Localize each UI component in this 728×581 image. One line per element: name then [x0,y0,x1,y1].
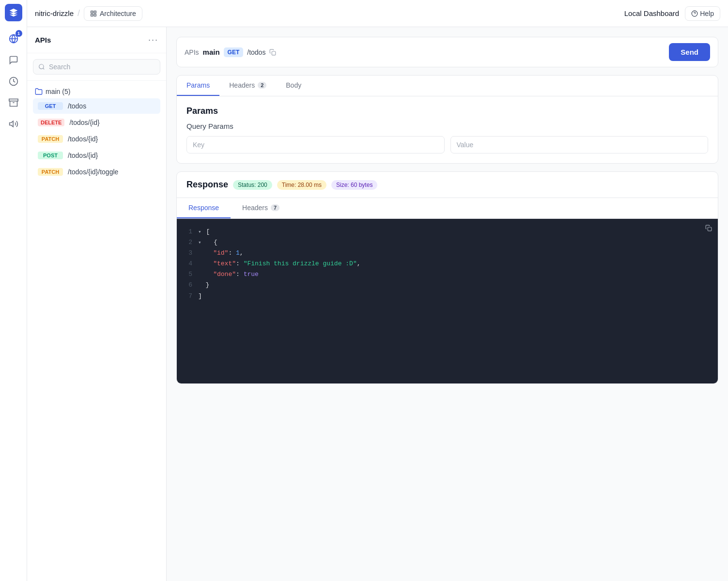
tab-response[interactable]: Response [177,198,231,218]
params-panel: Params Headers 2 Body Params Query Param… [176,75,718,164]
tab-params[interactable]: Params [177,76,219,96]
size-chip: Size: 60 bytes [331,180,377,190]
sidebar: APIs ··· main (5) [27,27,167,581]
code-area: 1 ▾ [ 2 ▾ { 3 [177,219,718,383]
api-group-label: main (5) [46,88,70,95]
code-line-2: 2 ▾ { [185,237,710,248]
main-wrapper: nitric-drizzle / Architecture Local Dash… [27,0,728,581]
nav-apis[interactable]: 1 [4,29,23,48]
nav-storage[interactable] [4,93,23,112]
main-content: APIs main GET /todos Send Params Headers [167,27,728,581]
breadcrumb-separator: / [77,8,80,18]
response-panel: Response Status: 200 Time: 28.00 ms Size… [176,171,718,384]
app-logo[interactable] [5,4,22,21]
search-bar [27,53,166,81]
key-input[interactable] [186,136,445,153]
search-input-wrap [33,59,160,75]
tab-body[interactable]: Body [276,76,311,96]
tab-response-headers-label: Headers [242,204,268,212]
method-badge-patch-2: PATCH [38,168,63,176]
api-path: /todos/{id} [68,152,98,159]
search-icon [38,63,45,70]
api-item-patch-todos[interactable]: PATCH /todos/{id} [33,131,160,147]
api-badge: 1 [15,30,22,37]
project-name: nitric-drizzle [35,9,74,17]
api-path: /todos/{id} [69,119,99,126]
svg-marker-5 [9,121,13,127]
folder-icon [35,88,43,95]
architecture-label: Architecture [100,10,136,17]
tab-headers[interactable]: Headers 2 [219,76,276,96]
api-path: /todos/{id}/toggle [68,168,118,176]
send-button[interactable]: Send [669,43,710,61]
nav-topics[interactable] [4,114,23,134]
svg-rect-9 [91,14,93,16]
method-badge-patch-1: PATCH [38,135,63,143]
copy-code-button[interactable] [705,225,712,233]
tab-params-label: Params [186,81,210,89]
method-badge-get: GET [38,102,63,110]
breadcrumb-method: GET [224,47,244,57]
svg-rect-7 [94,11,96,13]
header-right: Local Dashboard Help [624,6,720,21]
code-line-6: 6 } [185,280,710,290]
api-item-post-todos[interactable]: POST /todos/{id} [33,148,160,163]
code-line-4: 4 "text": "Finish this drizzle guide :D"… [185,259,710,269]
response-header: Response Status: 200 Time: 28.00 ms Size… [177,172,718,198]
tab-response-label: Response [188,204,219,212]
headers-badge: 2 [258,82,266,89]
svg-rect-3 [9,99,17,101]
icon-bar: 1 [0,0,27,581]
tab-headers-label: Headers [229,81,255,89]
nav-schedules[interactable] [4,72,23,91]
more-options-button[interactable]: ··· [148,35,158,45]
help-button[interactable]: Help [685,6,720,21]
api-item-get-todos[interactable]: GET /todos [33,98,160,114]
status-chip: Status: 200 [233,180,272,190]
api-item-patch-toggle[interactable]: PATCH /todos/{id}/toggle [33,164,160,180]
code-line-5: 5 "done": true [185,269,710,280]
breadcrumb-apis[interactable]: APIs [185,48,199,56]
params-section-title: Params [186,106,708,116]
svg-rect-15 [708,227,712,231]
value-input[interactable] [450,136,709,153]
nav-messages[interactable] [4,50,23,70]
tab-response-headers[interactable]: Headers 7 [231,198,291,218]
code-line-3: 3 "id": 1, [185,248,710,259]
svg-rect-8 [94,14,96,16]
sidebar-header: APIs ··· [27,27,166,53]
path-bar: APIs main GET /todos Send [176,37,718,67]
help-label: Help [700,10,714,17]
api-group: main (5) GET /todos DELETE /todos/{id} P… [27,81,166,183]
api-group-header[interactable]: main (5) [33,85,160,98]
svg-line-13 [43,68,45,70]
search-input[interactable] [49,63,155,71]
method-badge-post: POST [38,152,63,159]
api-item-delete-todos[interactable]: DELETE /todos/{id} [33,115,160,130]
api-path: /todos [68,102,86,110]
copy-endpoint-icon[interactable] [269,49,276,56]
tab-body-label: Body [286,81,301,89]
top-header: nitric-drizzle / Architecture Local Dash… [27,0,728,27]
svg-point-12 [39,64,44,69]
content-area: APIs ··· main (5) [27,27,728,581]
params-content: Params Query Params [177,96,718,163]
architecture-button[interactable]: Architecture [84,6,142,21]
time-chip: Time: 28.00 ms [277,180,326,190]
svg-rect-14 [272,51,276,55]
params-tabs: Params Headers 2 Body [177,76,718,96]
breadcrumb-main: main [203,48,220,56]
sidebar-title: APIs [35,36,51,44]
query-params-subtitle: Query Params [186,122,708,130]
code-line-7: 7 ] [185,291,710,302]
breadcrumb-endpoint: /todos [247,48,265,56]
code-line-1: 1 ▾ [ [185,227,710,237]
response-tabs: Response Headers 7 [177,198,718,219]
api-path: /todos/{id} [68,135,98,143]
local-dashboard-link[interactable]: Local Dashboard [624,9,679,17]
response-headers-badge: 7 [271,204,279,211]
response-title: Response [186,180,228,190]
query-params-row [186,136,708,153]
svg-rect-6 [91,11,93,13]
method-badge-delete: DELETE [38,119,64,126]
